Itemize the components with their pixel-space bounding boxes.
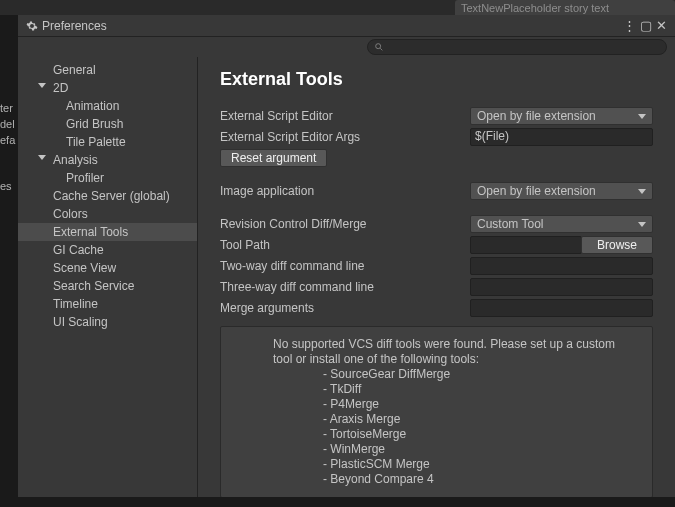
- sidebar-item-timeline[interactable]: Timeline: [18, 295, 197, 313]
- info-intro: No supported VCS diff tools were found. …: [273, 337, 636, 367]
- search-icon: [374, 42, 384, 52]
- window-title: Preferences: [42, 19, 107, 33]
- merge-args-input[interactable]: [470, 299, 653, 317]
- sidebar-item-search-service[interactable]: Search Service: [18, 277, 197, 295]
- search-row: [18, 37, 675, 57]
- tool-path-input[interactable]: [470, 236, 582, 254]
- chevron-down-icon: [38, 155, 46, 160]
- info-box: No supported VCS diff tools were found. …: [220, 326, 653, 497]
- script-editor-dropdown[interactable]: Open by file extension: [470, 107, 653, 125]
- three-way-input[interactable]: [470, 278, 653, 296]
- sidebar-item-gi-cache[interactable]: GI Cache: [18, 241, 197, 259]
- chevron-down-icon: [38, 83, 46, 88]
- sidebar-item-ui-scaling[interactable]: UI Scaling: [18, 313, 197, 331]
- svg-point-0: [376, 44, 381, 49]
- script-args-label: External Script Editor Args: [220, 130, 470, 144]
- sidebar-item-profiler[interactable]: Profiler: [18, 169, 197, 187]
- titlebar: Preferences ⋮ ▢ ✕: [18, 15, 675, 37]
- sidebar-item-tile-palette[interactable]: Tile Palette: [18, 133, 197, 151]
- tool-item: - P4Merge: [273, 397, 636, 412]
- maximize-icon[interactable]: ▢: [640, 18, 652, 33]
- sidebar-item-2d[interactable]: 2D: [18, 79, 197, 97]
- tool-item: - SourceGear DiffMerge: [273, 367, 636, 382]
- browse-button[interactable]: Browse: [581, 236, 653, 254]
- sidebar-item-scene-view[interactable]: Scene View: [18, 259, 197, 277]
- menu-icon[interactable]: ⋮: [623, 18, 636, 33]
- three-way-label: Three-way diff command line: [220, 280, 470, 294]
- reset-argument-button[interactable]: Reset argument: [220, 149, 327, 167]
- svg-line-1: [380, 48, 382, 50]
- sidebar-item-animation[interactable]: Animation: [18, 97, 197, 115]
- tool-item: - Beyond Compare 4: [273, 472, 636, 487]
- sidebar-item-grid-brush[interactable]: Grid Brush: [18, 115, 197, 133]
- tool-item: - WinMerge: [273, 442, 636, 457]
- script-editor-label: External Script Editor: [220, 109, 470, 123]
- image-app-label: Image application: [220, 184, 470, 198]
- image-app-dropdown[interactable]: Open by file extension: [470, 182, 653, 200]
- left-truncated-labels: ter del efa es: [0, 100, 18, 194]
- revision-control-dropdown[interactable]: Custom Tool: [470, 215, 653, 233]
- sidebar-item-colors[interactable]: Colors: [18, 205, 197, 223]
- sidebar: General 2D Animation Grid Brush Tile Pal…: [18, 57, 198, 497]
- revision-control-label: Revision Control Diff/Merge: [220, 217, 470, 231]
- tool-item: - TkDiff: [273, 382, 636, 397]
- sidebar-item-general[interactable]: General: [18, 61, 197, 79]
- content-panel: External Tools External Script Editor Op…: [198, 57, 675, 497]
- two-way-label: Two-way diff command line: [220, 259, 470, 273]
- sidebar-item-cache-server[interactable]: Cache Server (global): [18, 187, 197, 205]
- tool-item: - TortoiseMerge: [273, 427, 636, 442]
- page-title: External Tools: [220, 69, 653, 90]
- tool-item: - PlasticSCM Merge: [273, 457, 636, 472]
- two-way-input[interactable]: [470, 257, 653, 275]
- close-icon[interactable]: ✕: [656, 18, 667, 33]
- script-args-input[interactable]: $(File): [470, 128, 653, 146]
- tool-path-label: Tool Path: [220, 238, 470, 252]
- search-input[interactable]: [367, 39, 667, 55]
- preferences-window: Preferences ⋮ ▢ ✕ General 2D Animation G…: [18, 15, 675, 497]
- sidebar-item-external-tools[interactable]: External Tools: [18, 223, 197, 241]
- gear-icon: [26, 20, 38, 32]
- sidebar-item-analysis[interactable]: Analysis: [18, 151, 197, 169]
- merge-args-label: Merge arguments: [220, 301, 470, 315]
- tool-item: - Araxis Merge: [273, 412, 636, 427]
